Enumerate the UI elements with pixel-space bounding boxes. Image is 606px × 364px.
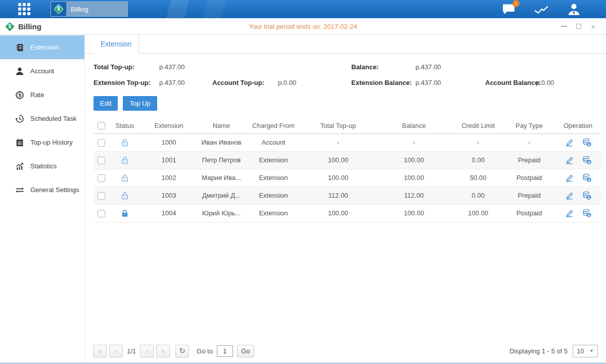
- sidebar-item-general-settings[interactable]: General Settings: [0, 178, 84, 202]
- cell-balance: 100.00: [376, 151, 452, 169]
- cell-extension: 1004: [141, 204, 197, 222]
- sidebar-item-label: Statistics: [30, 162, 57, 170]
- cell-charged-from: Account: [246, 133, 301, 151]
- top-up-coins-icon[interactable]: $: [582, 173, 591, 182]
- sidebar-item-topup-history[interactable]: Top-up History: [0, 130, 84, 154]
- svg-text:$: $: [587, 196, 590, 200]
- sidebar-item-label: General Settings: [30, 186, 79, 194]
- tab-extension[interactable]: Extension: [94, 35, 139, 54]
- table-row: 1004 Юрий Юрь... Extension 100.00 100.00…: [94, 204, 601, 222]
- messages-button[interactable]: !: [502, 3, 516, 15]
- page-size-select[interactable]: 10 ▼: [573, 345, 598, 357]
- window-title: Billing: [18, 22, 41, 31]
- ledger-icon: [15, 43, 24, 52]
- edit-pencil-icon[interactable]: [565, 191, 574, 200]
- go-button[interactable]: Go: [237, 345, 254, 357]
- total-topup-label: Total Top-up:: [94, 63, 134, 71]
- chevron-down-icon: ▼: [589, 348, 594, 353]
- cell-total-topup: 100.00: [301, 204, 376, 222]
- cell-name: Дмитрий Д...: [197, 187, 246, 204]
- row-checkbox[interactable]: [98, 174, 105, 182]
- cell-pay-type: Prepaid: [504, 151, 554, 169]
- table-row: 1002 Мария Ива... Extension 100.00 100.0…: [94, 169, 601, 187]
- system-topbar: $ Billing !: [0, 0, 606, 18]
- edit-button[interactable]: Edit: [94, 96, 118, 111]
- person-icon: [15, 67, 24, 76]
- select-all-checkbox[interactable]: [98, 122, 105, 129]
- main-content: Extension Total Top-up: p.437.00 Balance…: [85, 35, 606, 362]
- cell-extension: 1000: [141, 133, 197, 151]
- cell-pay-type: Postpaid: [504, 169, 554, 187]
- refresh-icon[interactable]: ↻: [175, 345, 189, 357]
- cell-pay-type: Prepaid: [504, 187, 554, 204]
- reports-button[interactable]: [534, 3, 549, 15]
- svg-text:$: $: [587, 160, 590, 164]
- taskbar-item-billing[interactable]: $ Billing: [51, 2, 128, 17]
- edit-pencil-icon[interactable]: [565, 138, 574, 147]
- sidebar-item-label: Account: [30, 67, 54, 75]
- cell-name: Мария Ива...: [197, 169, 246, 187]
- top-up-coins-icon[interactable]: $: [582, 156, 591, 164]
- edit-pencil-icon[interactable]: [565, 209, 574, 217]
- trial-notice: Your trial period ends on: 2017-02-24: [0, 23, 606, 30]
- row-checkbox[interactable]: [98, 157, 105, 164]
- close-button[interactable]: ×: [590, 23, 597, 30]
- stats-chart-icon: [15, 162, 24, 171]
- notification-badge: !: [512, 0, 520, 7]
- cell-balance: 100.00: [376, 169, 452, 187]
- sidebar-item-scheduled-task[interactable]: Scheduled Task: [0, 107, 84, 130]
- col-charged-from: Charged From: [246, 118, 301, 133]
- row-checkbox[interactable]: [98, 192, 105, 200]
- cell-total-topup: 100.00: [301, 169, 376, 187]
- cell-total-topup: -: [301, 133, 376, 151]
- edit-pencil-icon[interactable]: [565, 173, 574, 182]
- cell-balance: 100.00: [376, 204, 452, 222]
- balance-summary: Total Top-up: p.437.00 Balance: p.437.00…: [85, 60, 606, 91]
- account-balance-label: Account Balance:: [485, 79, 541, 86]
- top-up-coins-icon[interactable]: $: [582, 209, 591, 217]
- col-extension: Extension: [141, 118, 197, 133]
- first-page-button[interactable]: «: [93, 345, 107, 357]
- billing-diamond-icon: $: [5, 21, 15, 31]
- cell-credit-limit: -: [452, 133, 504, 151]
- extension-balance-label: Extension Balance:: [351, 79, 412, 86]
- history-clock-icon: [15, 114, 24, 123]
- col-name: Name: [197, 118, 246, 133]
- tab-bar: Extension: [85, 35, 606, 54]
- extension-table: Status Extension Name Charged From Total…: [94, 118, 601, 222]
- col-balance: Balance: [376, 118, 452, 133]
- prev-page-button[interactable]: ‹: [109, 345, 123, 357]
- apps-grid-icon[interactable]: [18, 3, 30, 15]
- user-icon: [567, 3, 581, 16]
- cell-charged-from: Extension: [246, 169, 301, 187]
- minimize-button[interactable]: [561, 23, 568, 30]
- top-up-coins-icon[interactable]: $: [582, 191, 591, 200]
- sidebar-item-rate[interactable]: $ Rate: [0, 83, 84, 107]
- sidebar: Extension Account $ Rate Scheduled T: [0, 35, 85, 362]
- cell-credit-limit: 50.00: [452, 169, 504, 187]
- cell-total-topup: 100.00: [301, 151, 376, 169]
- sidebar-item-statistics[interactable]: Statistics: [0, 154, 84, 178]
- last-page-button[interactable]: »: [156, 345, 170, 357]
- svg-text:$: $: [587, 178, 590, 182]
- edit-pencil-icon[interactable]: [565, 156, 574, 164]
- next-page-button[interactable]: ›: [140, 345, 154, 357]
- sidebar-item-account[interactable]: Account: [0, 59, 84, 83]
- svg-text:$: $: [587, 213, 590, 217]
- col-total-topup: Total Top-up: [301, 118, 376, 133]
- sidebar-item-extension[interactable]: Extension: [0, 35, 84, 59]
- cell-pay-type: -: [504, 133, 554, 151]
- maximize-button[interactable]: [575, 23, 582, 30]
- table-row: 1000 Иван Иванов Account - - - -: [94, 133, 601, 151]
- goto-page-input[interactable]: [217, 345, 233, 357]
- sidebar-item-label: Top-up History: [30, 139, 73, 146]
- user-account-button[interactable]: [567, 3, 581, 16]
- top-up-button[interactable]: Top Up: [123, 96, 157, 111]
- row-checkbox[interactable]: [98, 210, 105, 217]
- cell-charged-from: Extension: [246, 187, 301, 204]
- row-checkbox[interactable]: [98, 139, 105, 147]
- svg-text:$: $: [587, 143, 590, 147]
- extension-topup-value: p.437.00: [159, 79, 185, 86]
- cell-extension: 1003: [141, 187, 197, 204]
- top-up-coins-icon[interactable]: $: [582, 138, 591, 147]
